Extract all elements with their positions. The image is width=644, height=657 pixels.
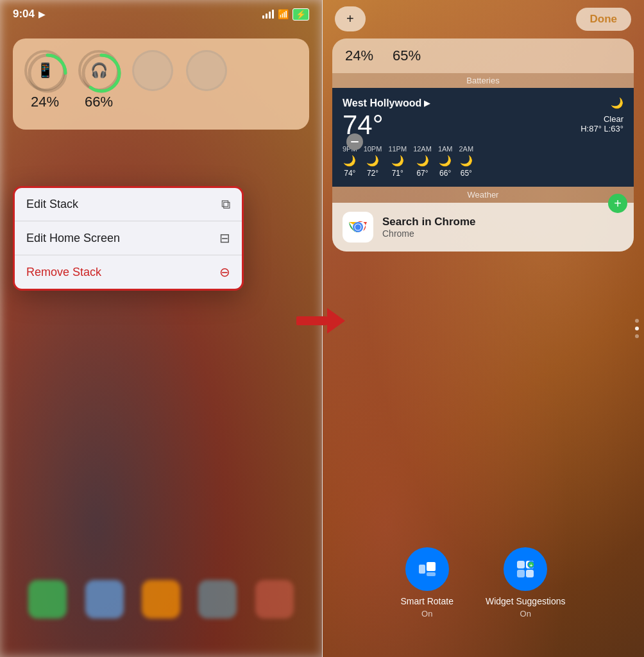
remove-stack-icon: ⊖	[219, 264, 230, 280]
edit-home-label: Edit Home Screen	[26, 232, 120, 245]
chrome-logo-svg	[346, 216, 369, 239]
weather-widget: West Hollywood ▶ 🌙 74° Clear H:87° L:63°	[332, 88, 634, 187]
svg-rect-11	[517, 561, 525, 568]
done-button[interactable]: Done	[576, 8, 632, 31]
page-dot-3	[635, 334, 639, 338]
arrow-container	[296, 308, 345, 334]
hour-icon-5: 🌙	[460, 155, 473, 167]
svg-text:+: +	[530, 563, 533, 568]
weather-high-low: H:87° L:63°	[580, 124, 623, 133]
phone-percentage: 24%	[31, 94, 59, 110]
hour-icon-3: 🌙	[416, 155, 429, 167]
smart-rotate-icon	[416, 558, 438, 580]
page-dot-2	[635, 327, 639, 330]
add-widget-button[interactable]: +	[335, 6, 366, 31]
svg-rect-13	[517, 570, 525, 577]
signal-bar-3	[269, 12, 271, 19]
widget-suggestions-icon-circle: +	[504, 547, 547, 591]
weather-high: H:87°	[580, 124, 602, 133]
signal-bars-icon	[262, 10, 274, 19]
menu-item-edit-stack[interactable]: Edit Stack ⧉	[15, 188, 242, 221]
battery-pct-1: 24%	[345, 47, 373, 64]
top-bar: + Done	[322, 6, 644, 31]
location-icon: ▶	[38, 10, 45, 19]
widget-suggestions-label: Widget Suggestions	[486, 596, 566, 606]
bottom-icons	[0, 580, 322, 619]
blurred-app-1	[28, 580, 67, 619]
battery-items: 📱 24% 🎧 66%	[24, 50, 298, 110]
widget-suggestions-icon: +	[514, 558, 536, 580]
hour-temp-3: 67°	[416, 169, 428, 178]
widget-suggestions-sublabel: On	[520, 609, 531, 619]
weather-temp: 74°	[343, 112, 384, 139]
page-dot-1	[635, 319, 639, 323]
battery-item-phone: 📱 24%	[24, 50, 65, 110]
chrome-widget[interactable]: + Search in Chrome Chrome	[332, 203, 634, 252]
hour-temp-1: 72°	[367, 169, 378, 178]
status-icons: 📶 ⚡	[262, 8, 309, 21]
weather-condition: Clear	[580, 114, 623, 124]
hour-icon-0: 🌙	[343, 155, 356, 167]
signal-bar-4	[272, 10, 274, 19]
hour-temp-2: 71°	[392, 169, 403, 178]
svg-rect-14	[526, 570, 534, 577]
smart-rotate-sublabel: On	[421, 609, 432, 619]
hour-icon-4: 🌙	[439, 155, 452, 167]
hour-time-2: 11PM	[388, 145, 407, 153]
weather-low: L:63°	[604, 124, 623, 133]
weather-hour-4: 1AM 🌙 66°	[438, 145, 453, 178]
location-arrow-icon: ▶	[424, 99, 430, 108]
menu-item-edit-home[interactable]: Edit Home Screen ⊟	[15, 221, 242, 255]
arrow-head	[327, 308, 345, 334]
widget-stack: 24% 65% Batteries West Hollywood ▶ 🌙 74°…	[332, 38, 634, 252]
battery-item-empty2	[186, 50, 227, 110]
hour-time-3: 12AM	[413, 145, 432, 153]
context-menu: Edit Stack ⧉ Edit Home Screen ⊟ Remove S…	[13, 186, 244, 291]
status-time: 9:04 ▶	[13, 8, 45, 21]
edit-home-icon: ⊟	[219, 230, 230, 246]
blurred-app-2	[85, 580, 124, 619]
add-to-stack-button[interactable]: +	[608, 194, 627, 213]
blurred-app-4	[198, 580, 237, 619]
widget-suggestions-button[interactable]: + Widget Suggestions On	[486, 547, 566, 619]
weather-location: West Hollywood ▶ 🌙	[343, 97, 623, 109]
battery-item-airpods: 🎧 66%	[78, 50, 119, 110]
edit-stack-icon: ⧉	[221, 197, 230, 212]
hour-icon-1: 🌙	[366, 155, 379, 167]
hour-temp-0: 74°	[344, 169, 355, 178]
battery-pct-2: 65%	[393, 47, 421, 64]
time-display: 9:04	[13, 8, 35, 21]
airpods-circle: 🎧	[78, 50, 119, 91]
airpods-icon: 🎧	[90, 62, 108, 79]
signal-bar-1	[262, 15, 264, 19]
red-arrow-group	[296, 308, 345, 334]
phone-icon: 📱	[37, 62, 54, 79]
airpods-percentage: 66%	[85, 94, 113, 110]
empty-circle-2	[186, 50, 227, 91]
status-bar: 9:04 ▶ 📶 ⚡	[0, 0, 322, 28]
empty-circle-1	[132, 50, 173, 91]
edit-stack-label: Edit Stack	[26, 198, 78, 211]
chrome-widget-title: Search in Chrome	[382, 216, 476, 228]
remove-widget-button[interactable]	[346, 133, 363, 150]
phone-circle: 📱	[24, 50, 65, 91]
hour-time-5: 2AM	[459, 145, 474, 153]
feature-buttons: Smart Rotate On + Widget Suggestions On	[322, 547, 644, 619]
blurred-app-3	[142, 580, 180, 619]
location-name: West Hollywood	[343, 98, 421, 109]
blurred-app-5	[255, 580, 294, 619]
left-panel: 9:04 ▶ 📶 ⚡ 📱	[0, 0, 322, 657]
wifi-icon: 📶	[278, 9, 289, 19]
minus-icon	[351, 141, 359, 142]
chrome-widget-subtitle: Chrome	[382, 228, 476, 239]
battery-icon: ⚡	[292, 8, 309, 21]
smart-rotate-button[interactable]: Smart Rotate On	[400, 547, 453, 619]
weather-hour-3: 12AM 🌙 67°	[413, 145, 432, 178]
hour-time-4: 1AM	[438, 145, 453, 153]
moon-icon: 🌙	[611, 97, 623, 109]
svg-rect-8	[419, 565, 425, 574]
svg-point-7	[355, 225, 361, 230]
menu-item-remove-stack[interactable]: Remove Stack ⊖	[15, 255, 242, 289]
weather-hour-1: 10PM 🌙 72°	[364, 145, 382, 178]
smart-rotate-label: Smart Rotate	[400, 596, 453, 606]
